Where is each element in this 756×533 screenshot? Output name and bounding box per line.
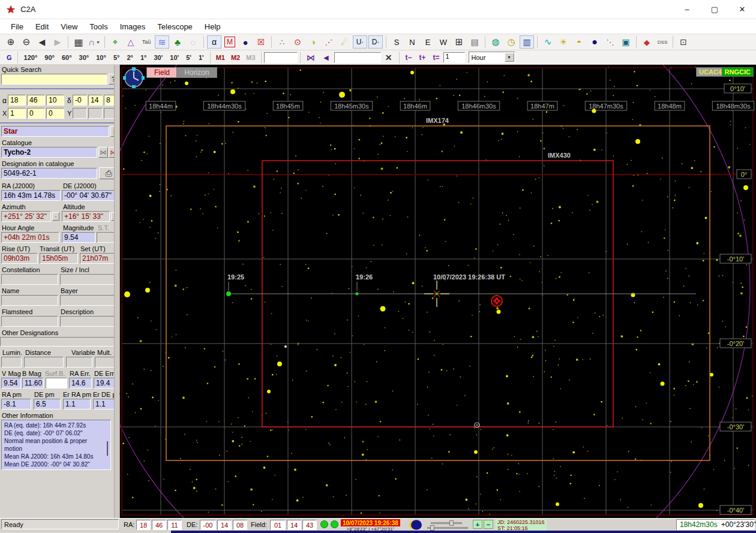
- fov-button-2deg[interactable]: 2°: [123, 53, 137, 62]
- fov-button-90deg[interactable]: 90°: [41, 53, 58, 62]
- fov-button-10min[interactable]: 10': [166, 53, 182, 62]
- fov-button-1min[interactable]: 1': [195, 53, 208, 62]
- maximize-button[interactable]: ▢: [701, 0, 728, 19]
- info-scrollbar[interactable]: [107, 441, 108, 456]
- fov-button-30min[interactable]: 30': [150, 53, 166, 62]
- menu-view[interactable]: View: [55, 20, 83, 33]
- dropdown-arrow-icon[interactable]: ▼: [96, 40, 100, 44]
- time-now-button[interactable]: t=: [430, 52, 443, 63]
- grid-icon[interactable]: ▦: [71, 35, 86, 49]
- center-field-icon[interactable]: ⊞: [452, 35, 466, 49]
- time-minus-button[interactable]: t−: [402, 52, 416, 63]
- fov-button-120deg[interactable]: 120°: [20, 53, 41, 62]
- observation-panel-icon[interactable]: ▥: [520, 35, 534, 49]
- landscape-icon[interactable]: ♣: [170, 35, 185, 49]
- constellation-lines-icon[interactable]: △: [124, 35, 138, 49]
- north-icon[interactable]: N: [405, 35, 419, 49]
- catalog-frames-icon[interactable]: ☒: [254, 35, 268, 49]
- satellites-icon[interactable]: ⋱: [603, 35, 617, 49]
- east-icon[interactable]: E: [421, 35, 435, 49]
- alpha-m-input[interactable]: 46: [27, 95, 45, 106]
- night-icon[interactable]: ●: [587, 35, 602, 49]
- sun-icon[interactable]: ☀: [556, 35, 571, 49]
- dome-icon[interactable]: ∩▼: [87, 35, 101, 49]
- zoom-out-icon[interactable]: ⊖: [19, 35, 34, 49]
- fov-button-60deg[interactable]: 60°: [58, 53, 76, 62]
- time-unit-select[interactable]: Hour▼: [469, 52, 515, 63]
- object-name-input[interactable]: [264, 52, 298, 63]
- zoom-in-icon[interactable]: ⊕: [4, 35, 18, 49]
- west-icon[interactable]: W: [436, 35, 451, 49]
- nebulae-icon[interactable]: ⊙: [290, 35, 305, 49]
- menu-images[interactable]: Images: [114, 20, 152, 33]
- telescope-control-icon[interactable]: ⊡: [676, 35, 691, 49]
- uranus-icon[interactable]: U·: [353, 35, 367, 49]
- catalog-badge-rngcic[interactable]: RNGCIC: [722, 67, 754, 77]
- chart-tab-horizon[interactable]: Horizon: [176, 67, 217, 78]
- time-clock-icon[interactable]: ◷: [504, 35, 518, 49]
- time-slider[interactable]: [431, 522, 462, 524]
- messier-icon[interactable]: M: [224, 37, 235, 47]
- horizon-fill-icon[interactable]: ▤: [467, 35, 482, 49]
- moon-phase-icon[interactable]: ◑: [306, 35, 320, 49]
- dropdown-arrow-icon[interactable]: ▼: [505, 53, 514, 62]
- flip-horizontal-icon[interactable]: ⋈: [304, 51, 318, 64]
- search-field-input[interactable]: [334, 52, 381, 63]
- clock-widget[interactable]: [122, 66, 145, 89]
- ecliptic-icon[interactable]: ◌: [186, 35, 200, 49]
- fov-button-10deg[interactable]: 10°: [92, 53, 110, 62]
- star-clusters-icon[interactable]: ∴: [275, 35, 289, 49]
- clear-search-icon[interactable]: ✕: [382, 51, 396, 64]
- catalog-badge-ucac4[interactable]: UCAC4: [696, 67, 725, 77]
- menu-telescope[interactable]: Telescope: [151, 20, 199, 33]
- azimuth-options-button[interactable]: ·: [52, 212, 59, 221]
- minimize-button[interactable]: –: [673, 0, 701, 19]
- quick-search-input[interactable]: [1, 74, 107, 85]
- marker-button-m3[interactable]: M3: [243, 53, 258, 62]
- milky-way-icon[interactable]: ≋: [155, 35, 169, 49]
- wave-icon[interactable]: ∿: [541, 35, 555, 49]
- back-icon[interactable]: ◀: [35, 35, 49, 49]
- prev-object-button[interactable]: ⋈: [98, 147, 108, 158]
- dwarf-planets-icon[interactable]: D·: [368, 35, 383, 49]
- menu-edit[interactable]: Edit: [29, 20, 55, 33]
- time-plus-button[interactable]: t+: [416, 52, 430, 63]
- fov-button-5min[interactable]: 5': [182, 53, 195, 62]
- marker-button-m2[interactable]: M2: [228, 53, 243, 62]
- menu-tools[interactable]: Tools: [83, 20, 113, 33]
- comets-icon[interactable]: ☄: [337, 35, 352, 49]
- asteroids-icon[interactable]: ⋰: [322, 35, 336, 49]
- fov-button-30deg[interactable]: 30°: [76, 53, 93, 62]
- twilight-icon[interactable]: ◓: [572, 35, 586, 49]
- camera-icon[interactable]: ▣: [619, 35, 633, 49]
- center-object-icon[interactable]: ⌖: [108, 35, 122, 49]
- menu-help[interactable]: Help: [199, 20, 227, 33]
- chart-tab-field[interactable]: Field: [146, 67, 178, 78]
- zoom-minus-button[interactable]: −: [484, 520, 493, 529]
- delta-d-input[interactable]: -0: [73, 95, 87, 106]
- ccd-frame-icon[interactable]: ◆: [640, 35, 654, 49]
- alpha-s-input[interactable]: 10: [46, 95, 64, 106]
- time-step-input[interactable]: 1: [443, 52, 465, 63]
- greek-letters-icon[interactable]: α: [207, 35, 221, 49]
- x3-input[interactable]: 0: [46, 108, 64, 119]
- fov-button-1deg[interactable]: 1°: [137, 53, 151, 62]
- dss-image-icon[interactable]: DSS: [655, 35, 670, 49]
- x1-input[interactable]: 1: [8, 108, 26, 119]
- flip-vertical-icon[interactable]: ◄: [319, 51, 334, 64]
- zoom-plus-button[interactable]: +: [473, 520, 482, 529]
- earth-map-icon[interactable]: ◍: [488, 35, 503, 49]
- forward-icon[interactable]: ▶: [50, 35, 65, 49]
- sky-chart-canvas[interactable]: IMX174IMX43018h44m18h44m30s18h45m18h45m3…: [120, 65, 756, 518]
- close-button[interactable]: ✕: [728, 0, 756, 19]
- sky-chart[interactable]: IMX174IMX43018h44m18h44m30s18h45m18h45m3…: [120, 65, 756, 518]
- guide-toggle-button[interactable]: G: [4, 53, 15, 62]
- zoom-slider[interactable]: [427, 527, 468, 529]
- x2-input[interactable]: 0: [27, 108, 45, 119]
- time-slider-thumb[interactable]: [449, 520, 454, 526]
- zoom-slider-thumb[interactable]: [430, 525, 434, 531]
- sidebar-scrollbar[interactable]: [114, 65, 119, 518]
- menu-file[interactable]: File: [5, 20, 29, 33]
- deep-sky-icon[interactable]: ●: [238, 35, 253, 49]
- marker-button-m1[interactable]: M1: [213, 53, 228, 62]
